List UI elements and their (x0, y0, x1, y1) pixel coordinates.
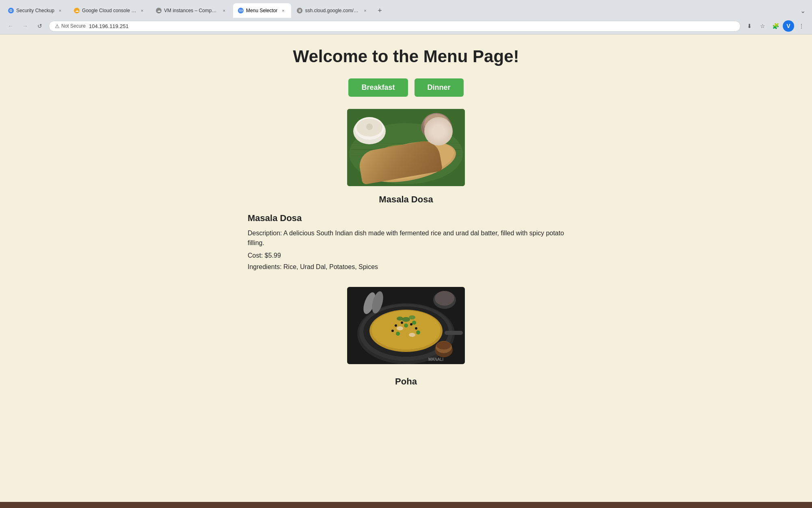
tab-title-cloud: Google Cloud console - Web ... (82, 8, 136, 13)
masala-dosa-image (347, 109, 465, 186)
bookmark-button[interactable]: ☆ (757, 20, 768, 32)
svg-rect-39 (445, 331, 463, 335)
tab-title-security: Security Checkup (16, 8, 54, 13)
tab-menu-selector[interactable]: 🍽 Menu Selector × (233, 3, 291, 18)
warning-icon: ⚠ (55, 23, 60, 29)
browser-chrome: G Security Checkup × ☁ Google Cloud cons… (0, 0, 812, 35)
meal-buttons-container: Breakfast Dinner (348, 78, 463, 97)
svg-point-46 (436, 341, 451, 350)
tab-close-security[interactable]: × (57, 7, 63, 14)
not-secure-indicator: ⚠ Not Secure (55, 23, 86, 29)
poha-image-container: MANALI (347, 287, 465, 364)
svg-point-31 (412, 321, 416, 325)
page-title: Welcome to the Menu Page! (293, 47, 519, 66)
poha-svg: MANALI (347, 287, 465, 364)
tab-close-vm[interactable]: × (221, 7, 227, 14)
svg-point-7 (395, 150, 425, 169)
svg-point-27 (410, 323, 412, 326)
tab-title-vm: VM instances – Compute Eng... (164, 8, 218, 13)
svg-point-41 (435, 291, 454, 306)
back-button[interactable]: ← (5, 20, 16, 32)
tab-favicon-security: G (8, 8, 14, 13)
svg-point-29 (391, 330, 394, 332)
dinner-button[interactable]: Dinner (415, 78, 464, 97)
svg-point-35 (409, 333, 415, 337)
tab-title-ssh: ssh.cloud.google.com/v2/ssh... (305, 8, 359, 13)
tab-close-ssh[interactable]: × (362, 7, 368, 14)
svg-point-36 (402, 317, 410, 322)
svg-point-14 (371, 154, 393, 171)
tab-ssh[interactable]: 🖥 ssh.cloud.google.com/v2/ssh... × (292, 3, 373, 18)
tab-overflow-button[interactable]: ⌄ (797, 5, 809, 16)
page-content: Welcome to the Menu Page! Breakfast Dinn… (0, 35, 812, 502)
tab-favicon-vm: ☁ (156, 8, 162, 13)
download-button[interactable]: ⬇ (744, 20, 755, 32)
svg-point-38 (397, 317, 403, 321)
svg-point-32 (396, 332, 400, 336)
url-text: 104.196.119.251 (89, 23, 129, 29)
profile-button[interactable]: V (783, 20, 794, 32)
svg-point-28 (415, 327, 417, 330)
extensions-button[interactable]: 🧩 (770, 20, 781, 32)
tab-favicon-cloud: ☁ (74, 8, 80, 13)
svg-rect-18 (407, 153, 415, 158)
svg-point-26 (401, 321, 403, 324)
tab-vm-instances[interactable]: ☁ VM instances – Compute Eng... × (151, 3, 232, 18)
tab-favicon-menu: 🍽 (238, 8, 244, 13)
tab-favicon-ssh: 🖥 (297, 8, 302, 13)
masala-dosa-details: Masala Dosa Description: A delicious Sou… (223, 213, 589, 275)
toolbar-icons: ⬇ ☆ 🧩 V ⋮ (744, 20, 807, 32)
forward-button[interactable]: → (19, 20, 31, 32)
address-bar-row: ← → ↺ ⚠ Not Secure 104.196.119.251 ⬇ ☆ 🧩… (0, 18, 812, 35)
masala-dosa-description: Description: A delicious South Indian di… (248, 228, 564, 248)
masala-dosa-ingredients: Ingredients: Rice, Urad Dal, Potatoes, S… (248, 263, 564, 271)
breakfast-button[interactable]: Breakfast (348, 78, 408, 97)
tab-close-cloud[interactable]: × (139, 7, 145, 14)
not-secure-label: Not Secure (61, 23, 86, 29)
masala-dosa-name: Masala Dosa (248, 213, 564, 224)
svg-point-25 (395, 324, 397, 327)
svg-point-33 (416, 330, 420, 334)
masala-dosa-svg (347, 109, 465, 186)
new-tab-button[interactable]: + (374, 5, 385, 16)
masala-dosa-cost: Cost: $5.99 (248, 252, 564, 259)
tab-title-menu: Menu Selector (246, 8, 277, 13)
tab-cloud-console[interactable]: ☁ Google Cloud console - Web ... × (69, 3, 150, 18)
svg-point-37 (409, 315, 415, 319)
svg-point-30 (404, 323, 408, 328)
svg-text:MANALI: MANALI (428, 357, 443, 362)
poha-title: Poha (395, 376, 417, 387)
menu-button[interactable]: ⋮ (796, 20, 807, 32)
svg-point-13 (369, 154, 394, 173)
masala-dosa-title: Masala Dosa (379, 194, 433, 205)
svg-point-17 (424, 114, 449, 133)
address-bar[interactable]: ⚠ Not Secure 104.196.119.251 (49, 21, 741, 32)
svg-point-11 (366, 124, 373, 130)
tab-close-menu[interactable]: × (280, 7, 286, 14)
tab-security-checkup[interactable]: G Security Checkup × (3, 3, 68, 18)
svg-point-24 (371, 310, 441, 350)
svg-point-34 (397, 326, 403, 330)
tab-bar: G Security Checkup × ☁ Google Cloud cons… (0, 0, 812, 18)
reload-button[interactable]: ↺ (34, 20, 45, 32)
svg-point-12 (367, 154, 396, 177)
